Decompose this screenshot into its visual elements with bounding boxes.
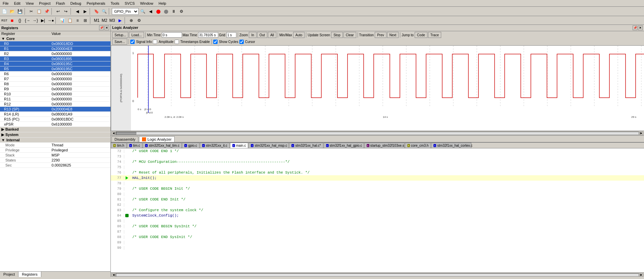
la-auto-btn[interactable]: Auto: [293, 32, 305, 38]
file-tab-main-c[interactable]: cmain.c: [230, 143, 248, 148]
step-into-btn[interactable]: {→: [24, 17, 31, 24]
extra2-btn[interactable]: ⚙: [135, 17, 143, 24]
menu-project[interactable]: Project: [36, 1, 53, 6]
panel-close-btn[interactable]: ✕: [104, 26, 109, 30]
mem4-btn[interactable]: ▶: [116, 17, 124, 24]
table-row[interactable]: R90x00000000: [0, 87, 110, 92]
la-clear-btn[interactable]: Clear: [343, 32, 356, 38]
la-stop-btn[interactable]: Stop: [331, 32, 343, 38]
la-signalinfo-check[interactable]: [130, 40, 135, 44]
combo-search-btn[interactable]: 🔍: [139, 8, 146, 15]
code-scrollbar-track[interactable]: [116, 273, 639, 277]
table-row[interactable]: R50x0800195C: [0, 66, 110, 72]
la-save-btn[interactable]: Save...: [112, 39, 127, 45]
file-tab-stm32f1xx-hal-tim-c[interactable]: cstm32f1xx_hal_tim.c: [143, 143, 182, 148]
table-row[interactable]: R80x00000000: [0, 82, 110, 87]
table-row[interactable]: R60x00000000: [0, 72, 110, 77]
la-waveform-display[interactable]: 1 0: [131, 46, 644, 131]
menu-help[interactable]: Help: [156, 1, 169, 6]
table-row[interactable]: R13 (SP)0x200004E8: [0, 107, 110, 112]
run-to-btn[interactable]: ▶|: [39, 17, 47, 24]
la-pin-btn[interactable]: 📌: [633, 26, 637, 30]
file-tab-stm32f1xx-hal-cortex-c[interactable]: cstm32f1xx_hal_cortex.c: [431, 143, 471, 148]
la-trace-btn[interactable]: Trace: [428, 32, 441, 38]
menu-edit[interactable]: Edit: [11, 1, 23, 6]
run-btn[interactable]: ⬤: [162, 8, 170, 15]
mem1-btn[interactable]: M1: [93, 17, 100, 24]
panel-pin-btn[interactable]: 📌: [99, 26, 104, 30]
la-scrollbar-thumb[interactable]: [116, 132, 136, 135]
copy-btn[interactable]: 📋: [35, 8, 43, 15]
table-row[interactable]: R00x080018DD: [0, 41, 110, 46]
file-tab-tim-h[interactable]: htim.h: [111, 143, 127, 148]
table-row[interactable]: R14 (LR)0x080001A9: [0, 112, 110, 117]
nav-fwd-btn[interactable]: ▶: [81, 8, 89, 15]
table-row[interactable]: R120x00000000: [0, 102, 110, 107]
step-out-btn[interactable]: →}: [32, 17, 39, 24]
la-load-btn[interactable]: Load...: [129, 32, 144, 38]
bookmark-btn[interactable]: 🔖: [93, 8, 100, 15]
combo-prev-btn[interactable]: ◀: [147, 8, 154, 15]
la-amplitude-check[interactable]: [153, 40, 157, 44]
la-cursor-check[interactable]: [239, 40, 244, 44]
step-over-btn[interactable]: {}: [16, 17, 24, 24]
function-combo[interactable]: GPIO_Pin: [112, 8, 139, 15]
new-btn[interactable]: 📄: [1, 8, 8, 15]
code-scroll-left[interactable]: ◀: [111, 273, 116, 277]
la-zoom-in-btn[interactable]: In: [249, 32, 256, 38]
cut-btn[interactable]: ✂: [28, 8, 35, 15]
reset-btn[interactable]: RST: [1, 17, 8, 24]
table-row[interactable]: R15 (PC)0x08001BDC: [0, 117, 110, 122]
tab-logic-analyzer[interactable]: Logic Analyzer: [139, 136, 175, 142]
la-close-btn[interactable]: ✕: [638, 26, 643, 30]
table-row[interactable]: R10x200004E8: [0, 46, 110, 51]
code-scroll-right[interactable]: ▶: [639, 273, 643, 277]
menu-peripherals[interactable]: Peripherals: [84, 1, 108, 6]
menu-svcs[interactable]: SVCS: [122, 1, 137, 6]
file-tab-startup-stm32f103xe-s[interactable]: sstartup_stm32f103xe.s: [364, 143, 405, 148]
la-code-btn[interactable]: Code: [415, 32, 427, 38]
view1-btn[interactable]: 📊: [58, 17, 66, 24]
settings-btn[interactable]: ⚙: [178, 8, 185, 15]
la-next-btn[interactable]: Next: [387, 32, 399, 38]
la-timestamps-check[interactable]: [175, 40, 179, 44]
menu-file[interactable]: File: [0, 1, 11, 6]
la-scroll-right[interactable]: ▶: [639, 132, 643, 135]
mem2-btn[interactable]: M2: [101, 17, 108, 24]
table-row[interactable]: R40x0800195C: [0, 61, 110, 66]
tab-registers[interactable]: Registers: [18, 272, 41, 277]
file-tab-tim-c[interactable]: ctim.c: [127, 143, 142, 148]
file-tab-stm32f1xx-hal-gpio-c[interactable]: cstm32f1xx_hal_gpio.c: [324, 143, 364, 148]
file-tab-core-cm3-h[interactable]: hcore_cm3.h: [405, 143, 431, 148]
menu-debug[interactable]: Debug: [68, 1, 84, 6]
table-row[interactable]: R70x00000000: [0, 77, 110, 82]
target-btn[interactable]: ⬤: [154, 8, 162, 15]
file-tab-gpio-c[interactable]: cgpio.c: [182, 143, 199, 148]
la-maxtime-input[interactable]: [198, 32, 218, 38]
file-tab-stm32f1xx-hal-c-[interactable]: cstm32f1xx_hal.c*: [289, 143, 323, 148]
la-grid-input[interactable]: [226, 32, 236, 38]
table-row[interactable]: R110x00000000: [0, 97, 110, 102]
table-row[interactable]: R30x08001895: [0, 56, 110, 61]
table-row[interactable]: R100x00000000: [0, 92, 110, 97]
la-setup-btn[interactable]: Setup...: [112, 32, 128, 38]
menu-window[interactable]: Window: [137, 1, 156, 6]
paste-btn[interactable]: 📌: [43, 8, 50, 15]
pause-btn[interactable]: ⏸: [170, 8, 177, 15]
menu-flash[interactable]: Flash: [53, 1, 68, 6]
table-row[interactable]: R20x00000000: [0, 51, 110, 56]
la-zoom-all-btn[interactable]: All: [268, 32, 276, 38]
menu-view[interactable]: View: [23, 1, 37, 6]
search-btn[interactable]: 🔍: [100, 8, 108, 15]
next-bp-btn[interactable]: →●: [47, 17, 54, 24]
la-mintime-input[interactable]: [162, 32, 182, 38]
redo-btn[interactable]: ↪: [62, 8, 70, 15]
view2-btn[interactable]: 📋: [66, 17, 74, 24]
stop-btn[interactable]: ■: [8, 17, 16, 24]
view4-btn[interactable]: ⊞: [82, 17, 89, 24]
menu-tools[interactable]: Tools: [108, 1, 122, 6]
la-scrollbar[interactable]: ◀ ▶: [111, 131, 644, 135]
file-tab-stm32f1xx-hal-msp-c[interactable]: cstm32f1xx_hal_msp.c: [248, 143, 289, 148]
tab-project[interactable]: Project: [0, 272, 18, 277]
la-showcycles-check[interactable]: [213, 40, 218, 44]
